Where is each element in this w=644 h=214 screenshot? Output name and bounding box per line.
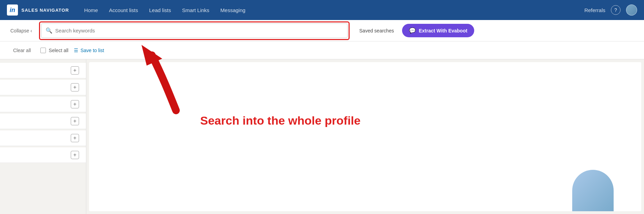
results-panel	[89, 62, 641, 211]
save-icon: ☰	[74, 48, 78, 53]
expand-icon-1: +	[71, 66, 79, 75]
extract-icon: 💬	[409, 27, 416, 34]
linkedin-icon: in	[7, 4, 18, 16]
nav-links: Home Account lists Lead lists Smart Link…	[79, 4, 584, 16]
sidebar-filter-4[interactable]: +	[0, 114, 86, 129]
avatar-image	[626, 5, 637, 15]
nav-lead-lists[interactable]: Lead lists	[144, 4, 176, 16]
referrals-link[interactable]: Referrals	[584, 7, 605, 13]
saved-searches-button[interactable]: Saved searches	[355, 26, 398, 36]
help-icon[interactable]: ?	[611, 5, 621, 15]
nav-messaging[interactable]: Messaging	[216, 4, 251, 16]
checkbox-icon[interactable]	[40, 48, 46, 53]
extract-btn-label: Extract With Evaboot	[419, 28, 467, 33]
clear-all-button[interactable]: Clear all	[10, 46, 33, 55]
expand-icon-4: +	[71, 117, 79, 125]
sidebar-filter-1[interactable]: +	[0, 63, 86, 78]
expand-icon-6: +	[71, 151, 79, 159]
sidebar-filter-2[interactable]: +	[0, 80, 86, 95]
nav-account-lists[interactable]: Account lists	[104, 4, 143, 16]
subheader: Collapse ‹ 🔍 Saved searches 💬 Extract Wi…	[0, 20, 644, 41]
navbar: in SALES NAVIGATOR Home Account lists Le…	[0, 0, 644, 20]
expand-icon-5: +	[71, 134, 79, 142]
search-box-highlighted: 🔍	[39, 21, 350, 40]
extract-with-evaboot-button[interactable]: 💬 Extract With Evaboot	[402, 24, 474, 37]
save-to-list-label: Save to list	[80, 48, 104, 53]
select-all-label: Select all	[49, 48, 68, 53]
nav-right: Referrals ?	[584, 4, 637, 16]
sidebar-filter-5[interactable]: +	[0, 130, 86, 146]
search-icon: 🔍	[46, 27, 52, 34]
avatar[interactable]	[626, 4, 637, 16]
sidebar-filter-6[interactable]: +	[0, 147, 86, 163]
save-to-list-button[interactable]: ☰ Save to list	[74, 48, 104, 53]
main-content: + + + + + +	[0, 59, 644, 214]
search-input-container: 🔍	[41, 23, 348, 38]
toolbar-area: Select all ☰ Save to list	[40, 48, 104, 53]
expand-icon-2: +	[71, 83, 79, 91]
search-input[interactable]	[55, 28, 343, 33]
sidebar-filter-3[interactable]: +	[0, 97, 86, 112]
sidebar: + + + + + +	[0, 59, 86, 214]
filter-bar: Clear all Select all ☰ Save to list	[0, 41, 644, 59]
person-image	[572, 170, 614, 211]
brand-name: SALES NAVIGATOR	[21, 8, 69, 13]
nav-home[interactable]: Home	[79, 4, 103, 16]
search-box-wrapper: 🔍	[39, 21, 350, 40]
expand-icon-3: +	[71, 100, 79, 108]
nav-smart-links[interactable]: Smart Links	[177, 4, 214, 16]
content-area	[86, 59, 644, 214]
select-all-checkbox[interactable]: Select all	[40, 48, 68, 53]
collapse-button[interactable]: Collapse ‹	[7, 26, 36, 36]
logo[interactable]: in SALES NAVIGATOR	[7, 4, 69, 16]
